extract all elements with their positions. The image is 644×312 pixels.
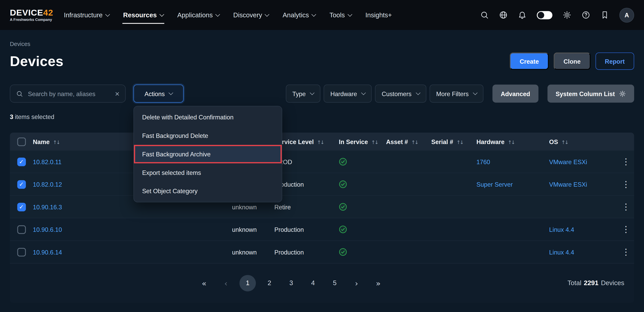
filter-customers[interactable]: Customers [375,85,426,103]
pager: « ‹ 1 2 3 4 5 › » [196,275,386,292]
column-header-service-level[interactable]: Service Level↑↓ [274,138,339,145]
chevron-down-icon [312,12,316,16]
nav-infrastructure[interactable]: Infrastructure [64,0,109,30]
avatar[interactable]: A [619,7,634,22]
filter-label: More Filters [436,90,468,97]
nav-label: Resources [123,11,157,19]
menu-item-delete-with-detailed-confirmation[interactable]: Delete with Detailed Confirmation [134,108,282,126]
pagination-next[interactable]: › [348,275,365,292]
in-service-check-icon [339,180,347,188]
avatar-initial: A [624,11,629,18]
row-menu-kebab[interactable]: ⋮ [618,157,634,167]
pagination-page-2[interactable]: 2 [261,275,278,292]
column-header-asset[interactable]: Asset #↑↓ [386,138,431,145]
row-checkbox[interactable]: ✓ [17,157,26,166]
column-header-in-service[interactable]: In Service↑↓ [339,138,386,145]
filter-hardware[interactable]: Hardware [324,85,372,103]
bookmark-icon[interactable] [600,11,609,19]
pagination-last[interactable]: » [370,275,386,292]
report-button[interactable]: Report [596,52,634,70]
hardware-link[interactable]: Super Server [476,181,549,188]
system-column-list-button[interactable]: System Column List [548,85,634,103]
filter-label: Customers [382,90,412,97]
nav-discovery[interactable]: Discovery [233,0,269,30]
chevron-down-icon [310,90,315,95]
os-link[interactable]: VMware ESXi [549,181,618,188]
search-input[interactable] [27,90,111,97]
chevron-down-icon [473,90,478,95]
row-menu-kebab[interactable]: ⋮ [618,225,634,234]
column-label: Hardware [476,138,504,145]
device-name-link[interactable]: 10.90.6.10 [33,226,232,233]
menu-item-export-selected-items[interactable]: Export selected items [134,163,282,182]
row-checkbox[interactable]: ✓ [17,180,26,188]
globe-icon[interactable] [499,11,508,19]
row-checkbox-cell: ✓ [10,225,33,234]
device-name-link[interactable]: 10.90.16.3 [33,203,232,210]
select-all-checkbox[interactable]: ✓ [17,137,26,146]
column-label: OS [549,138,558,145]
row-checkbox[interactable]: ✓ [17,203,26,211]
table-row: ✓ 10.90.6.14 unknown Production Linux 4.… [10,241,634,264]
actions-dropdown-button[interactable]: Actions [134,85,184,103]
nav-insights[interactable]: Insights+ [366,0,392,30]
service-level-cell: PROD [274,158,339,165]
device-name-link[interactable]: 10.90.6.14 [33,249,232,256]
pagination-page-4[interactable]: 4 [305,275,321,292]
pagination-prev[interactable]: ‹ [218,275,234,292]
service-level-cell: Production [274,249,339,256]
hardware-link[interactable]: 1760 [476,158,549,165]
chevron-down-icon [159,12,164,16]
chevron-down-icon [169,90,173,95]
nav-tools[interactable]: Tools [330,0,352,30]
row-menu-kebab[interactable]: ⋮ [618,247,634,257]
pagination-page-5[interactable]: 5 [326,275,343,292]
nav-applications[interactable]: Applications [177,0,219,30]
check-icon: ✓ [19,204,24,210]
menu-item-set-object-category[interactable]: Set Object Category [134,182,282,200]
in-service-check-icon [339,158,347,166]
row-checkbox[interactable]: ✓ [17,225,26,234]
search-icon[interactable] [480,11,489,19]
breadcrumb[interactable]: Devices [10,40,30,47]
pagination-page-3[interactable]: 3 [283,275,300,292]
devices-table-panel: ✓ Name↑↓ Type↑↓ Service Level↑↓ In Servi… [10,133,634,303]
help-icon[interactable] [582,11,590,19]
clone-button[interactable]: Clone [554,52,590,70]
chevron-down-icon [348,12,352,16]
filter-type[interactable]: Type [286,85,320,103]
column-header-serial[interactable]: Serial #↑↓ [431,138,476,145]
nav-analytics[interactable]: Analytics [282,0,316,30]
menu-item-fast-background-delete[interactable]: Fast Background Delete [134,126,282,145]
type-cell: unknown [232,203,258,210]
row-menu-kebab[interactable]: ⋮ [618,202,634,212]
create-button[interactable]: Create [510,52,548,70]
menu-item-fast-background-archive[interactable]: Fast Background Archive [134,145,282,163]
nav-utilities: A [480,7,634,22]
brand-logo[interactable]: DEVICE42 A Freshworks Company [10,8,53,22]
search-icon [16,90,23,97]
clear-search-icon[interactable]: × [115,90,120,97]
os-link[interactable]: Linux 4.4 [549,226,618,233]
pagination-first[interactable]: « [196,275,212,292]
sort-icon: ↑↓ [317,139,324,145]
nav-resources[interactable]: Resources [123,0,163,30]
toolbar: × Actions Type Hardware Customers More F… [10,85,634,103]
theme-toggle[interactable] [537,11,552,19]
row-menu-kebab[interactable]: ⋮ [618,179,634,189]
os-link[interactable]: VMware ESXi [549,158,618,165]
nav-label: Analytics [282,11,309,19]
column-header-hardware[interactable]: Hardware↑↓ [476,138,549,145]
column-header-os[interactable]: OS↑↓ [549,138,618,145]
os-link[interactable]: Linux 4.4 [549,249,618,256]
service-level-cell: Production [274,226,339,233]
advanced-button[interactable]: Advanced [492,85,538,103]
row-checkbox[interactable]: ✓ [17,248,26,256]
table-row: ✓ 10.82.0.12 Production Super Server VMw… [10,173,634,196]
gear-icon[interactable] [563,11,571,19]
bell-icon[interactable] [518,11,526,19]
sort-icon: ↑↓ [371,139,378,145]
pagination-page-1[interactable]: 1 [239,275,256,292]
check-icon: ✓ [19,159,24,165]
filter-more-filters[interactable]: More Filters [430,85,484,103]
